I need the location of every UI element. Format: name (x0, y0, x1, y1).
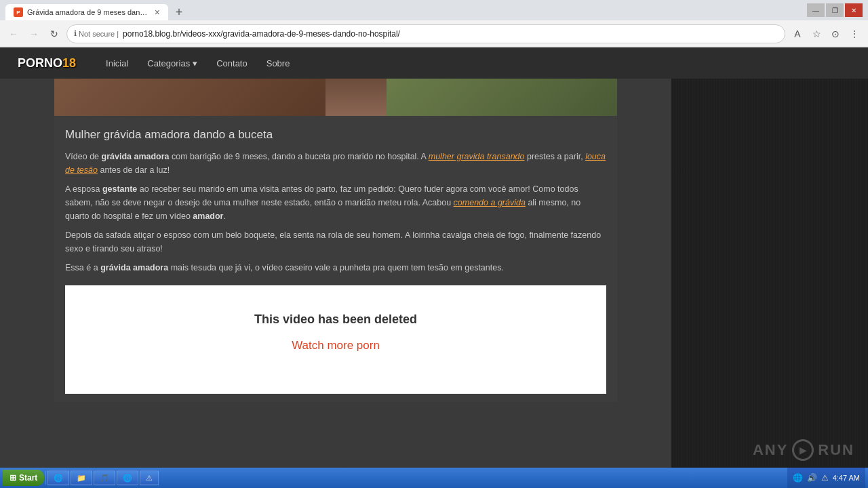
folder-icon: 📁 (77, 474, 86, 483)
security-label: Not secure (79, 30, 115, 38)
right-sidebar: ANY ▶ RUN (671, 79, 868, 488)
alert-icon: ⚠ (146, 474, 153, 483)
taskbar-warning-icon: ⚠ (821, 473, 829, 483)
url-text: porno18.blog.br/videos-xxx/gravida-amado… (123, 29, 400, 39)
media-icon: 🎵 (100, 474, 109, 483)
account-icon[interactable]: ⊙ (827, 26, 844, 42)
title-bar: P Grávida amadora de 9 meses dando... × … (0, 0, 868, 20)
start-button[interactable]: ⊞ Start (3, 470, 44, 486)
bookmark-icon[interactable]: ☆ (808, 26, 825, 42)
minimize-button[interactable]: — (807, 3, 825, 17)
window-controls: — ❐ ✕ (807, 3, 863, 17)
taskbar-network-icon: 🌐 (793, 473, 803, 483)
taskbar-media-button[interactable]: 🎵 (94, 470, 115, 485)
bold-amador: amador (193, 211, 223, 221)
maximize-button[interactable]: ❐ (826, 3, 844, 17)
taskbar-separator (45, 471, 46, 485)
page-body: Mulher grávida amadora dando a buceta Ví… (0, 79, 868, 488)
video-deleted-title: This video has been deleted (79, 312, 593, 327)
nav-sobre[interactable]: Sobre (257, 58, 300, 68)
article-title: Mulher grávida amadora dando a buceta (65, 128, 606, 142)
taskbar-clock: 4:47 AM (833, 474, 860, 482)
browser-window: P Grávida amadora de 9 meses dando... × … (0, 0, 868, 488)
taskbar-tray: 🌐 🔊 ⚠ 4:47 AM (787, 468, 865, 488)
paragraph-4: Essa é a grávida amadora mais tesuda que… (65, 261, 606, 274)
close-button[interactable]: ✕ (845, 3, 863, 17)
tab-area: P Grávida amadora de 9 meses dando... × … (5, 0, 804, 20)
bold-gestante: gestante (102, 184, 137, 194)
logo-prefix: PORNO (18, 56, 62, 70)
translate-icon[interactable]: A (789, 26, 806, 42)
paragraph-2: A esposa gestante ao receber seu marido … (65, 182, 606, 223)
paragraph-3: Depois da safada atiçar o esposo com um … (65, 228, 606, 256)
anyrun-watermark: ANY ▶ RUN (753, 439, 854, 461)
taskbar-alert-button[interactable]: ⚠ (140, 470, 159, 485)
lock-icon: ℹ (74, 29, 77, 38)
active-tab[interactable]: P Grávida amadora de 9 meses dando... × (5, 4, 168, 20)
watch-more-link[interactable]: Watch more porn (292, 339, 380, 352)
content-wrapper: Mulher grávida amadora dando a buceta Ví… (0, 79, 671, 488)
taskbar-chrome-button[interactable]: 🌐 (117, 470, 138, 485)
new-tab-button[interactable]: + (171, 4, 187, 20)
paragraph-1: Vídeo de grávida amadora com barrigão de… (65, 150, 606, 177)
taskbar-ie-button[interactable]: 🌐 (47, 470, 69, 485)
site-navigation: PORNO18 Inicial Categorias ▾ Contato Sob… (0, 47, 868, 79)
start-label: Start (19, 473, 37, 483)
ie-icon: 🌐 (54, 474, 63, 483)
url-bar[interactable]: ℹ Not secure | porno18.blog.br/videos-xx… (66, 24, 785, 43)
thumbnail-strip (54, 79, 617, 116)
chrome-icon: 🌐 (123, 474, 132, 483)
link-comendo-gravida[interactable]: comendo a grávida (454, 198, 526, 207)
forward-button[interactable]: → (26, 26, 42, 42)
toolbar-icons: A ☆ ⊙ ⋮ (789, 26, 863, 42)
article-body: Vídeo de grávida amadora com barrigão de… (65, 150, 606, 274)
taskbar: ⊞ Start 🌐 📁 🎵 🌐 ⚠ 🌐 🔊 ⚠ 4:47 AM (0, 468, 868, 488)
separator: | (117, 30, 119, 38)
nav-contato[interactable]: Contato (207, 58, 257, 68)
anyrun-text-right: RUN (818, 441, 854, 459)
anyrun-text-left: ANY (753, 441, 788, 459)
taskbar-folder-button[interactable]: 📁 (71, 470, 92, 485)
thumbnail-left (54, 79, 326, 116)
address-bar: ← → ↻ ℹ Not secure | porno18.blog.br/vid… (0, 20, 868, 47)
tab-close-button[interactable]: × (155, 7, 160, 17)
menu-icon[interactable]: ⋮ (846, 26, 863, 42)
refresh-button[interactable]: ↻ (46, 26, 62, 42)
link-mulher-gravida[interactable]: mulher gravida transando (429, 152, 525, 161)
article-text-block: Mulher grávida amadora dando a buceta Ví… (54, 116, 617, 402)
bold-gravida-amadora: grávida amadora (102, 152, 170, 161)
nav-inicial[interactable]: Inicial (96, 58, 138, 68)
security-indicator: ℹ Not secure | (74, 29, 119, 38)
tab-favicon: P (14, 7, 23, 17)
thumbnail-right (387, 79, 617, 116)
anyrun-play-icon: ▶ (792, 439, 814, 461)
taskbar-volume-icon: 🔊 (807, 473, 817, 483)
site-logo[interactable]: PORNO18 (11, 54, 83, 73)
tab-title: Grávida amadora de 9 meses dando... (27, 8, 151, 16)
logo-suffix: 18 (62, 56, 76, 70)
main-content: Mulher grávida amadora dando a buceta Ví… (54, 79, 617, 402)
dropdown-arrow-icon: ▾ (193, 58, 197, 68)
nav-categorias[interactable]: Categorias ▾ (138, 58, 207, 68)
video-deleted-box: This video has been deleted Watch more p… (65, 285, 606, 394)
bold-gravida-amadora-2: grávida amadora (100, 263, 168, 272)
back-button[interactable]: ← (5, 26, 22, 42)
windows-icon: ⊞ (9, 473, 16, 483)
